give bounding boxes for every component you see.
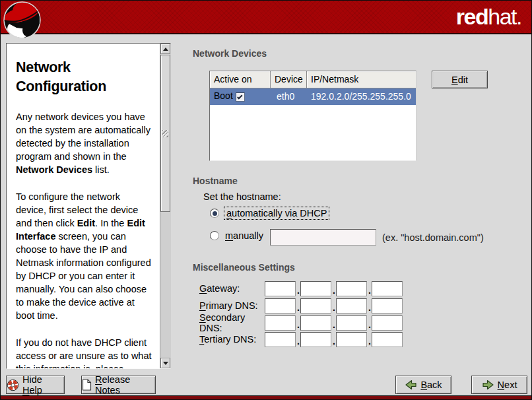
radio-dot-icon bbox=[213, 211, 217, 216]
header-banner: redhat. bbox=[1, 1, 531, 34]
set-hostname-label: Set the hostname: bbox=[203, 191, 281, 202]
next-button[interactable]: Next bbox=[471, 376, 527, 394]
help-p1-bold: Network Devices bbox=[16, 164, 92, 175]
help-paragraph-2: To configure the network device, first s… bbox=[16, 190, 152, 322]
tertiary-dns-octet-2[interactable] bbox=[300, 332, 331, 347]
tertiary-dns-label: Tertiary DNS: bbox=[199, 334, 265, 345]
secondary-dns-octet-2[interactable] bbox=[300, 316, 331, 331]
auto-dhcp-label[interactable]: automatically via DHCP bbox=[224, 207, 329, 220]
help-panel: Network Configuration Any network device… bbox=[6, 43, 171, 369]
tertiary-dns-row: Tertiary DNS: . . . bbox=[199, 331, 403, 347]
arrow-up-icon bbox=[163, 48, 168, 51]
wordmark-bold: red bbox=[456, 4, 488, 29]
back-button[interactable]: Back bbox=[395, 376, 451, 394]
gateway-octet-4[interactable] bbox=[372, 281, 403, 296]
scrollbar-grip-icon bbox=[162, 130, 168, 137]
installer-window: redhat. Network Configuration Any networ… bbox=[0, 0, 532, 400]
hide-help-label: Hide Help bbox=[22, 374, 64, 395]
column-header-ip-netmask[interactable]: IP/Netmask bbox=[307, 71, 416, 88]
next-button-label: Next bbox=[498, 380, 517, 390]
hostname-hint: (ex. "host.domain.com") bbox=[382, 232, 484, 243]
scroll-down-button[interactable] bbox=[160, 358, 170, 368]
gateway-octet-3[interactable] bbox=[336, 281, 367, 296]
column-header-active-on-boot[interactable]: Active on Boot bbox=[210, 71, 271, 88]
back-button-label: Back bbox=[420, 380, 442, 390]
arrow-right-icon bbox=[482, 380, 494, 390]
device-cell: eth0 bbox=[271, 88, 307, 105]
help-paragraph-1: Any network devices you have on the syst… bbox=[16, 110, 152, 176]
help-title: Network Configuration bbox=[16, 58, 152, 96]
scrollbar-thumb[interactable] bbox=[160, 55, 170, 212]
primary-dns-row: Primary DNS: . . . bbox=[199, 298, 403, 314]
table-header-row: Active on Boot Device IP/Netmask bbox=[210, 71, 416, 88]
hostname-input[interactable] bbox=[270, 229, 376, 246]
misc-settings-section-label: Miscellaneous Settings bbox=[193, 262, 295, 273]
hide-help-button[interactable]: Hide Help bbox=[6, 376, 65, 394]
hostname-section-label: Hostname bbox=[193, 176, 238, 186]
arrow-left-icon bbox=[405, 380, 417, 390]
help-p1-text: Any network devices you have on the syst… bbox=[16, 112, 150, 162]
tertiary-dns-octet-1[interactable] bbox=[265, 332, 296, 347]
help-paragraph-3: If you do not have DHCP client access or… bbox=[16, 336, 152, 368]
redhat-wordmark: redhat. bbox=[456, 4, 521, 29]
help-text: Network Configuration Any network device… bbox=[7, 44, 160, 368]
check-icon bbox=[237, 94, 242, 99]
auto-dhcp-radio[interactable] bbox=[210, 209, 219, 218]
wordmark-rest: hat. bbox=[488, 4, 521, 29]
scroll-up-button[interactable] bbox=[160, 44, 170, 54]
gateway-label: Gateway: bbox=[199, 283, 265, 294]
manual-label[interactable]: manually bbox=[224, 230, 263, 241]
primary-dns-octet-4[interactable] bbox=[372, 298, 403, 314]
help-scrollbar bbox=[160, 44, 170, 368]
help-p2-tail: screen, you can choose to have the IP an… bbox=[16, 231, 151, 321]
secondary-dns-octet-1[interactable] bbox=[265, 316, 296, 331]
secondary-dns-octet-4[interactable] bbox=[372, 316, 403, 331]
manual-radio[interactable] bbox=[210, 231, 219, 240]
primary-dns-octet-3[interactable] bbox=[336, 298, 367, 314]
gateway-octet-1[interactable] bbox=[265, 281, 296, 296]
help-p1-tail: list. bbox=[92, 164, 110, 175]
gateway-row: Gateway: . . . bbox=[199, 281, 403, 296]
edit-button-label: Edit bbox=[451, 75, 468, 85]
secondary-dns-label: Secondary DNS: bbox=[199, 312, 265, 333]
gateway-octet-2[interactable] bbox=[300, 281, 331, 296]
release-notes-label: Release Notes bbox=[95, 374, 155, 395]
hostname-manual-option: manually bbox=[210, 230, 263, 241]
active-on-boot-checkbox[interactable] bbox=[236, 92, 245, 102]
primary-dns-octet-2[interactable] bbox=[300, 298, 331, 314]
secondary-dns-row: Secondary DNS: . . . bbox=[199, 315, 403, 331]
edit-button[interactable]: Edit bbox=[432, 71, 488, 88]
column-header-device[interactable]: Device bbox=[271, 71, 307, 88]
active-on-boot-cell bbox=[210, 88, 271, 105]
redhat-shadowman-logo-icon bbox=[3, 1, 41, 42]
life-ring-icon bbox=[7, 379, 19, 391]
primary-dns-label: Primary DNS: bbox=[199, 300, 265, 311]
tertiary-dns-octet-4[interactable] bbox=[372, 332, 403, 347]
hostname-auto-option: automatically via DHCP bbox=[210, 207, 329, 220]
window-bottom-border bbox=[1, 395, 531, 399]
document-icon bbox=[82, 379, 92, 391]
network-devices-table: Active on Boot Device IP/Netmask eth0 19… bbox=[209, 71, 416, 161]
arrow-down-icon bbox=[163, 362, 168, 365]
tertiary-dns-octet-3[interactable] bbox=[336, 332, 367, 347]
help-p2-bold-edit: Edit bbox=[77, 218, 95, 228]
release-notes-button[interactable]: Release Notes bbox=[81, 376, 156, 394]
ip-netmask-cell: 192.0.2.0/255.255.255.0 bbox=[307, 88, 416, 105]
help-p2-mid: . In the bbox=[95, 218, 127, 228]
primary-dns-octet-1[interactable] bbox=[265, 298, 296, 314]
network-devices-section-label: Network Devices bbox=[193, 48, 267, 59]
table-row[interactable]: eth0 192.0.2.0/255.255.255.0 bbox=[210, 88, 416, 105]
secondary-dns-octet-3[interactable] bbox=[336, 316, 367, 331]
